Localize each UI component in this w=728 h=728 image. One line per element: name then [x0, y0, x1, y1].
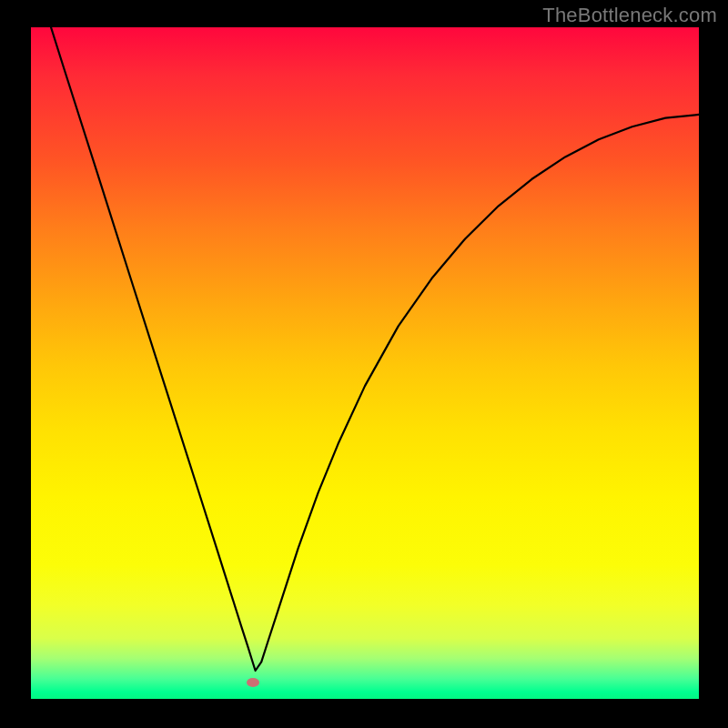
- chart-plot-area: [31, 27, 699, 699]
- watermark-text: TheBottleneck.com: [542, 4, 717, 27]
- minimum-marker-dot: [247, 678, 259, 687]
- bottleneck-curve: [31, 27, 699, 699]
